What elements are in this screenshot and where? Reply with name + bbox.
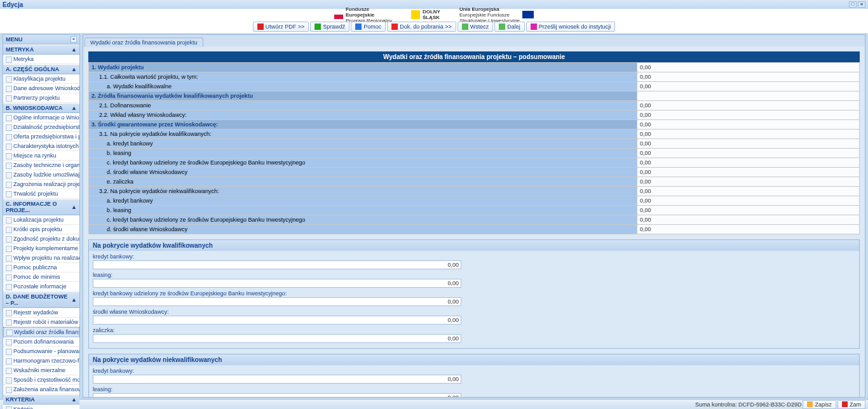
table-row-value: 0,00 <box>637 111 860 120</box>
table-row-value: 0,00 <box>637 168 860 177</box>
menu-item[interactable]: Sposób i częstotliwość monit. Ws... <box>3 375 79 385</box>
amount-input[interactable] <box>93 260 461 269</box>
field-row: leasing: <box>93 386 855 397</box>
amount-input[interactable] <box>93 334 461 343</box>
download-button[interactable]: Dok. do pobrania >> <box>387 22 456 32</box>
save-button[interactable]: Zapisz <box>803 400 836 409</box>
menu-item[interactable]: Harmonogram rzeczowo-finanso... <box>3 356 79 366</box>
table-row-value: 0,00 <box>637 139 860 149</box>
section-metryka[interactable]: METRYKA▲ <box>3 44 79 55</box>
amount-input[interactable] <box>93 297 461 306</box>
amount-input[interactable] <box>93 316 461 325</box>
section-budzet[interactable]: D. DANE BUDŻETOWE – P...▲ <box>3 292 79 308</box>
menu-item[interactable]: Zagrożenia realizacji projektu i sp... <box>3 180 79 189</box>
download-icon <box>391 23 398 30</box>
pdf-button[interactable]: Utwórz PDF >> <box>253 22 309 32</box>
menu-item[interactable]: Rejestr wydatków <box>3 308 79 318</box>
amount-input[interactable] <box>93 393 461 397</box>
next-button[interactable]: Dalej <box>494 22 525 32</box>
window-close-icon[interactable]: × <box>858 1 865 8</box>
section-kryteria[interactable]: KRYTERIA▲ <box>3 394 79 405</box>
back-icon <box>462 23 468 30</box>
field-row: kredyt bankowy: <box>93 368 855 384</box>
field-label: środki własne Wnioskodawcy: <box>93 309 855 315</box>
menu-item[interactable]: Lokalizacja projektu <box>3 215 79 225</box>
menu-item[interactable]: Wpływ projektu na realizację zas... <box>3 253 79 263</box>
table-row-label: a. Wydatki kwalifikowalne <box>89 82 637 91</box>
menu-item[interactable]: Partnerzy projektu <box>3 93 79 103</box>
summary-table: 1. Wydatki projektu0,001.1. Całkowita wa… <box>88 62 860 234</box>
help-icon <box>355 23 362 30</box>
amount-input[interactable] <box>93 375 461 384</box>
logo-dolny-slask: DOLNYŚLĄSK <box>411 9 440 20</box>
menu-item[interactable]: Oferta przedsiębiorstwa i przych... <box>3 132 79 142</box>
table-row-label: a. kredyt bankowy <box>89 139 637 149</box>
menu-item[interactable]: Zasoby ludzkie umożliwiające rea... <box>3 170 79 180</box>
menu-item[interactable]: Zasoby techniczne i organizacyjn... <box>3 161 79 170</box>
menu-item[interactable]: Miejsce na rynku <box>3 151 79 161</box>
menu-item[interactable]: Rejestr robót i materiałów budow... <box>3 318 79 327</box>
menu-item[interactable]: Charakterystyka istotnych czynn... <box>3 142 79 151</box>
save-icon <box>807 401 813 407</box>
panel-niekwal-header: Na pokrycie wydatków niekwalifikowanych <box>89 354 859 365</box>
section-collapse-icon[interactable]: ▲ <box>71 46 77 53</box>
section-informacje[interactable]: C. INFORMACJE O PROJE...▲ <box>3 199 79 215</box>
menu-item[interactable]: Zgodność projektu z dokumentam... <box>3 234 79 244</box>
menu-item[interactable]: Podsumowanie - planowane wyda... <box>3 347 79 356</box>
table-row-value: 0,00 <box>637 215 860 225</box>
menu-item[interactable]: Kryteria <box>3 405 79 409</box>
help-button[interactable]: Pomoc <box>351 22 386 32</box>
menu-item[interactable]: Krótki opis projektu <box>3 225 79 234</box>
tab-strip: Wydatki oraz źródła finansowania projekt… <box>83 35 865 46</box>
check-button[interactable]: Sprawdź <box>310 22 349 32</box>
section-collapse-icon[interactable]: ▲ <box>71 396 77 403</box>
menu-item[interactable]: Dane adresowe Wnioskodawcy <box>3 84 79 93</box>
logo-eu: Unia EuropejskaEuropejskie FunduszeStruk… <box>459 6 534 23</box>
tab-wydatki[interactable]: Wydatki oraz źródła finansowania projekt… <box>85 37 203 47</box>
field-label: kredyt bankowy: <box>93 253 855 260</box>
section-collapse-icon[interactable]: ▲ <box>71 297 77 303</box>
field-label: zaliczka: <box>93 327 855 333</box>
table-row-label: b. leasing <box>89 206 637 215</box>
table-row-value: 0,00 <box>637 72 860 82</box>
section-wnioskodawca[interactable]: B. WNIOSKODAWCA▲ <box>3 103 79 113</box>
menu-item[interactable]: Poziom dofinansowania <box>3 337 79 347</box>
back-button[interactable]: Wstecz <box>458 22 494 32</box>
close-button[interactable]: Zam <box>837 400 865 409</box>
menu-item[interactable]: Założenia analiza finansowa <box>3 385 79 394</box>
menu-item[interactable]: Wydatki oraz źródła finansowani... <box>3 327 79 337</box>
send-button[interactable]: Prześlij wniosek do instytucji <box>526 22 616 32</box>
field-label: leasing: <box>93 386 855 392</box>
table-row-value: 0,00 <box>637 206 860 215</box>
next-icon <box>499 23 505 30</box>
footer: Suma kontrolna: DCFD-5962-B33C-D29D Zapi… <box>0 399 868 409</box>
table-row-value: 0,00 <box>637 130 860 139</box>
close-x-icon <box>842 401 848 407</box>
menu-item[interactable]: Projekty komplementarne <box>3 244 79 253</box>
table-row-value: 0,00 <box>637 101 860 111</box>
section-collapse-icon[interactable]: ▲ <box>71 204 77 210</box>
menu-item[interactable]: Trwałość projektu <box>3 189 79 199</box>
menu-item[interactable]: Pomoc publiczna <box>3 263 79 272</box>
amount-input[interactable] <box>93 279 461 288</box>
menu-item[interactable]: Metryka <box>3 55 79 64</box>
section-collapse-icon[interactable]: ▲ <box>71 66 77 72</box>
menu-item[interactable]: Pomoc de minimis <box>3 272 79 282</box>
window-maximize-icon[interactable]: □ <box>849 1 857 8</box>
logo-strip: FunduszeEuropejskieProgram Regionalny DO… <box>0 9 868 20</box>
menu-item[interactable]: Pozostałe informacje <box>3 282 79 292</box>
menu-item[interactable]: Działalność przedsiębiorstwa <box>3 123 79 132</box>
menu-item[interactable]: Ogólne informacje o Wnioskodaw... <box>3 113 79 123</box>
menu-item[interactable]: Wskaźniki mierzalne <box>3 366 79 375</box>
table-row-label: d. środki własne Wnioskodawcy <box>89 225 637 234</box>
field-row: środki własne Wnioskodawcy: <box>93 309 855 325</box>
table-row-label: 3.2. Na pokrycie wydatków niekwalifikowa… <box>89 187 637 196</box>
section-ogolna[interactable]: A. CZĘŚĆ OGÓLNA▲ <box>3 64 79 74</box>
field-row: leasing: <box>93 272 855 288</box>
field-label: kredyt bankowy udzielony ze środków Euro… <box>93 290 855 297</box>
section-collapse-icon[interactable]: ▲ <box>71 105 77 111</box>
menu-item[interactable]: Klasyfikacja projektu <box>3 74 79 84</box>
field-row: kredyt bankowy: <box>93 253 855 269</box>
collapse-sidebar-icon[interactable]: « <box>71 36 77 43</box>
table-row-label: d. środki własne Wnioskodawcy <box>89 168 637 177</box>
